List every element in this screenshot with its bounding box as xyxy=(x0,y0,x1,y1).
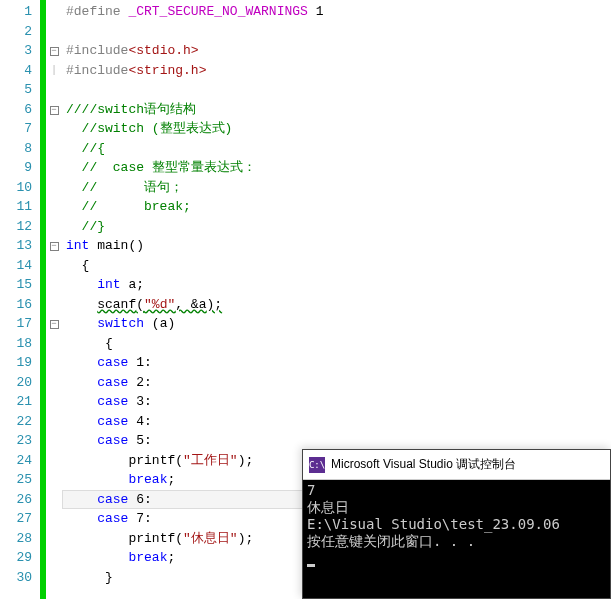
code-line[interactable]: //{ xyxy=(62,139,611,159)
line-number: 14 xyxy=(0,256,32,276)
line-number: 16 xyxy=(0,295,32,315)
line-number: 10 xyxy=(0,178,32,198)
code-line[interactable]: scanf("%d", &a); xyxy=(62,295,611,315)
code-line[interactable]: // case 整型常量表达式： xyxy=(62,158,611,178)
code-line[interactable]: case 5: xyxy=(62,431,611,451)
line-number: 24 xyxy=(0,451,32,471)
line-number: 12 xyxy=(0,217,32,237)
console-cursor xyxy=(307,564,315,567)
code-line[interactable]: { xyxy=(62,256,611,276)
line-number: 30 xyxy=(0,568,32,588)
console-titlebar[interactable]: C:\ Microsoft Visual Studio 调试控制台 xyxy=(303,450,610,480)
code-line[interactable]: case 2: xyxy=(62,373,611,393)
line-number: 8 xyxy=(0,139,32,159)
line-number: 11 xyxy=(0,197,32,217)
console-line: E:\Visual Studio\test_23.09.06 xyxy=(307,516,560,532)
fold-toggle-icon[interactable]: − xyxy=(50,106,59,115)
fold-toggle-icon[interactable]: − xyxy=(50,242,59,251)
line-number: 28 xyxy=(0,529,32,549)
code-line[interactable]: //} xyxy=(62,217,611,237)
console-output[interactable]: 7 休息日 E:\Visual Studio\test_23.09.06 按任意… xyxy=(303,480,610,598)
line-number: 25 xyxy=(0,470,32,490)
console-line: 休息日 xyxy=(307,499,349,515)
debug-console-window[interactable]: C:\ Microsoft Visual Studio 调试控制台 7 休息日 … xyxy=(302,449,611,599)
line-number: 20 xyxy=(0,373,32,393)
line-number: 26 xyxy=(0,490,32,510)
line-number: 19 xyxy=(0,353,32,373)
code-line[interactable]: // 语句； xyxy=(62,178,611,198)
code-line[interactable]: int a; xyxy=(62,275,611,295)
line-number: 27 xyxy=(0,509,32,529)
code-line[interactable]: switch (a) xyxy=(62,314,611,334)
fold-column[interactable]: − | − − − xyxy=(46,0,62,599)
code-line[interactable]: case 1: xyxy=(62,353,611,373)
line-number: 23 xyxy=(0,431,32,451)
line-number: 7 xyxy=(0,119,32,139)
console-app-icon: C:\ xyxy=(309,457,325,473)
line-number: 5 xyxy=(0,80,32,100)
code-line[interactable]: ////switch语句结构 xyxy=(62,100,611,120)
code-line[interactable]: // break; xyxy=(62,197,611,217)
line-number: 6 xyxy=(0,100,32,120)
line-number: 9 xyxy=(0,158,32,178)
line-number: 3 xyxy=(0,41,32,61)
line-number: 21 xyxy=(0,392,32,412)
line-number-gutter: 1234567891011121314151617181920212223242… xyxy=(0,0,40,599)
console-line: 按任意键关闭此窗口. . . xyxy=(307,533,475,549)
code-line[interactable]: #include<stdio.h> xyxy=(62,41,611,61)
fold-toggle-icon[interactable]: − xyxy=(50,47,59,56)
fold-toggle-icon[interactable]: − xyxy=(50,320,59,329)
code-line[interactable] xyxy=(62,22,611,42)
line-number: 22 xyxy=(0,412,32,432)
code-line[interactable] xyxy=(62,80,611,100)
line-number: 4 xyxy=(0,61,32,81)
console-title-text: Microsoft Visual Studio 调试控制台 xyxy=(331,456,516,473)
code-line[interactable]: //switch (整型表达式) xyxy=(62,119,611,139)
line-number: 29 xyxy=(0,548,32,568)
code-line[interactable]: case 3: xyxy=(62,392,611,412)
line-number: 17 xyxy=(0,314,32,334)
line-number: 18 xyxy=(0,334,32,354)
code-line[interactable]: int main() xyxy=(62,236,611,256)
line-number: 15 xyxy=(0,275,32,295)
line-number: 1 xyxy=(0,2,32,22)
code-line[interactable]: #include<string.h> xyxy=(62,61,611,81)
code-line[interactable]: case 4: xyxy=(62,412,611,432)
line-number: 13 xyxy=(0,236,32,256)
code-line[interactable]: { xyxy=(62,334,611,354)
line-number: 2 xyxy=(0,22,32,42)
code-line[interactable]: #define _CRT_SECURE_NO_WARNINGS 1 xyxy=(62,2,611,22)
console-line: 7 xyxy=(307,482,315,498)
